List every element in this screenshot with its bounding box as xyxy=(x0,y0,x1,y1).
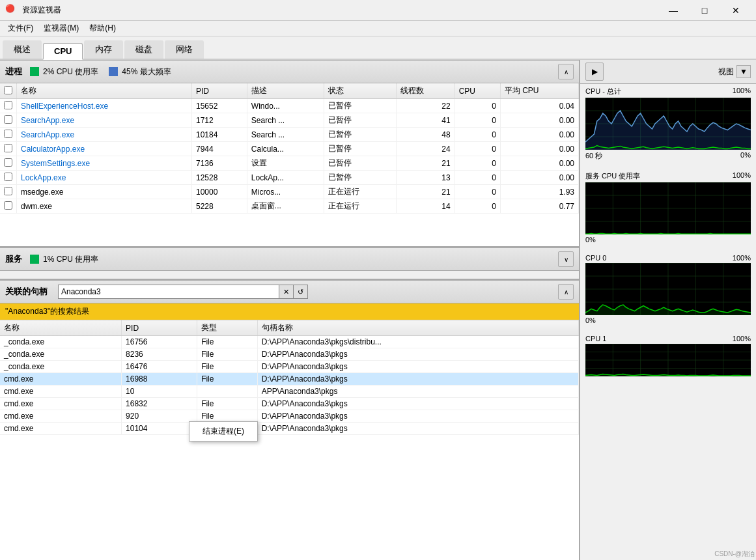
cpu-total-label: CPU - 总计 100% xyxy=(585,87,751,96)
search-wrap: ✕ ↺ xyxy=(58,285,308,299)
handle-pid: 8236 xyxy=(122,348,197,361)
handles-search-input[interactable] xyxy=(58,285,279,299)
cpu1-label: CPU 1 100% xyxy=(585,335,751,343)
process-header: 进程 2% CPU 使用率 45% 最大频率 ∧ xyxy=(0,60,579,83)
col-name[interactable]: 名称 xyxy=(17,83,192,99)
proc-cpu: 0 xyxy=(455,199,500,214)
process-table-row[interactable]: msedge.exe 10000 Micros... 正在运行 21 0 1.9… xyxy=(0,185,579,199)
proc-name[interactable]: msedge.exe xyxy=(17,185,192,199)
service-cpu-pct: 1% CPU 使用率 xyxy=(43,254,98,265)
tab-disk[interactable]: 磁盘 xyxy=(124,40,163,59)
right-nav-btn[interactable]: ▶ xyxy=(585,63,604,81)
handles-table-row[interactable]: _conda.exe 16476 File D:\APP\Anaconda3\p… xyxy=(0,361,579,373)
close-button[interactable]: ✕ xyxy=(721,0,751,21)
handle-name[interactable]: cmd.exe xyxy=(0,398,122,410)
context-menu-end-process[interactable]: 结束进程(E) xyxy=(189,422,257,441)
menu-file[interactable]: 文件(F) xyxy=(3,21,38,35)
handle-name[interactable]: cmd.exe xyxy=(0,410,122,423)
handles-table-row[interactable]: cmd.exe 10104 File D:\APP\Anaconda3\pkgs xyxy=(0,423,579,435)
col-h-handle[interactable]: 句柄名称 xyxy=(257,320,578,336)
proc-cpu: 0 xyxy=(455,156,500,171)
process-table-row[interactable]: ShellExperienceHost.exe 15652 Windo... 已… xyxy=(0,99,579,113)
select-all-checkbox[interactable] xyxy=(4,86,12,94)
handles-table-row[interactable]: _conda.exe 8236 File D:\APP\Anaconda3\pk… xyxy=(0,348,579,361)
col-checkbox xyxy=(0,83,17,99)
proc-cpu: 0 xyxy=(455,99,500,113)
right-view-dropdown[interactable]: ▼ xyxy=(736,65,751,78)
proc-name[interactable]: CalculatorApp.exe xyxy=(17,142,192,156)
minimize-button[interactable]: — xyxy=(658,0,688,21)
handle-type xyxy=(197,385,258,398)
handle-name[interactable]: cmd.exe xyxy=(0,385,122,398)
handles-section: 关联的句柄 ✕ ↺ ∧ "Anaconda3"的搜索结果 名称 PID 类型 xyxy=(0,280,579,560)
proc-name[interactable]: SearchApp.exe xyxy=(17,128,192,142)
cpu0-title: CPU 0 xyxy=(585,254,606,262)
cpu0-label: CPU 0 100% xyxy=(585,254,751,262)
maximize-button[interactable]: □ xyxy=(690,0,720,21)
proc-desc: Micros... xyxy=(247,185,324,199)
tab-overview[interactable]: 概述 xyxy=(3,40,42,59)
proc-avg-cpu: 0.00 xyxy=(500,142,578,156)
process-table-row[interactable]: LockApp.exe 12528 LockAp... 已暂停 13 0 0.0… xyxy=(0,171,579,185)
handle-name[interactable]: cmd.exe xyxy=(0,373,122,385)
handles-collapse-btn[interactable]: ∧ xyxy=(558,284,574,300)
col-status[interactable]: 状态 xyxy=(324,83,397,99)
proc-threads: 21 xyxy=(397,185,455,199)
row-checkbox xyxy=(0,171,17,185)
service-collapse-btn[interactable]: ∨ xyxy=(558,251,574,267)
col-pid[interactable]: PID xyxy=(192,83,247,99)
handles-table-container[interactable]: 名称 PID 类型 句柄名称 _conda.exe 16756 File D:\… xyxy=(0,320,579,560)
handles-refresh-btn[interactable]: ↺ xyxy=(294,285,308,299)
title-bar: 🔴 资源监视器 — □ ✕ xyxy=(0,0,756,21)
process-table-row[interactable]: SearchApp.exe 10184 Search ... 已暂停 48 0 … xyxy=(0,128,579,142)
col-h-name[interactable]: 名称 xyxy=(0,320,122,336)
proc-name[interactable]: SearchApp.exe xyxy=(17,113,192,128)
proc-name[interactable]: dwm.exe xyxy=(17,199,192,214)
proc-desc: Search ... xyxy=(247,128,324,142)
handles-table-row[interactable]: cmd.exe 920 File D:\APP\Anaconda3\pkgs xyxy=(0,410,579,423)
proc-status: 已暂停 xyxy=(324,156,397,171)
service-cpu-title: 服务 CPU 使用率 xyxy=(585,171,640,181)
proc-name[interactable]: LockApp.exe xyxy=(17,171,192,185)
process-table-row[interactable]: SystemSettings.exe 7136 设置 已暂停 21 0 0.00 xyxy=(0,156,579,171)
app-icon: 🔴 xyxy=(5,4,18,17)
proc-avg-cpu: 0.00 xyxy=(500,113,578,128)
handles-table-row[interactable]: _conda.exe 16756 File D:\APP\Anaconda3\p… xyxy=(0,336,579,348)
handles-header: 关联的句柄 ✕ ↺ ∧ xyxy=(0,280,579,303)
proc-status: 已暂停 xyxy=(324,142,397,156)
proc-name[interactable]: ShellExperienceHost.exe xyxy=(17,99,192,113)
process-table-container[interactable]: 名称 PID 描述 状态 线程数 CPU 平均 CPU ShellExperie… xyxy=(0,83,579,246)
col-threads[interactable]: 线程数 xyxy=(397,83,455,99)
handles-table-row[interactable]: cmd.exe 10 APP\Anaconda3\pkgs xyxy=(0,385,579,398)
tab-cpu[interactable]: CPU xyxy=(43,43,83,60)
proc-pid: 7944 xyxy=(192,142,247,156)
process-table-row[interactable]: CalculatorApp.exe 7944 Calcula... 已暂停 24… xyxy=(0,142,579,156)
menu-help[interactable]: 帮助(H) xyxy=(84,21,121,35)
handle-name[interactable]: _conda.exe xyxy=(0,336,122,348)
cpu-total-title: CPU - 总计 xyxy=(585,87,621,96)
cpu0-footer: 0% xyxy=(585,316,751,324)
process-table-row[interactable]: dwm.exe 5228 桌面窗... 正在运行 14 0 0.77 xyxy=(0,199,579,214)
cpu1-chart xyxy=(585,344,751,376)
col-desc[interactable]: 描述 xyxy=(247,83,324,99)
handle-path: APP\Anaconda3\pkgs xyxy=(257,385,578,398)
handle-name[interactable]: _conda.exe xyxy=(0,348,122,361)
col-cpu[interactable]: CPU xyxy=(455,83,500,99)
col-h-type[interactable]: 类型 xyxy=(197,320,258,336)
handle-path: D:\APP\Anaconda3\pkgs xyxy=(257,348,578,361)
handle-name[interactable]: _conda.exe xyxy=(0,361,122,373)
process-collapse-btn[interactable]: ∧ xyxy=(558,64,574,79)
handles-clear-btn[interactable]: ✕ xyxy=(279,285,294,299)
handles-table-row[interactable]: cmd.exe 16832 File D:\APP\Anaconda3\pkgs xyxy=(0,398,579,410)
proc-pid: 10184 xyxy=(192,128,247,142)
col-h-pid[interactable]: PID xyxy=(122,320,197,336)
handle-name[interactable]: cmd.exe xyxy=(0,423,122,435)
proc-name[interactable]: SystemSettings.exe xyxy=(17,156,192,171)
tab-network[interactable]: 网络 xyxy=(165,40,204,59)
menu-monitor[interactable]: 监视器(M) xyxy=(38,21,84,35)
tab-memory[interactable]: 内存 xyxy=(84,40,123,59)
handle-pid: 16988 xyxy=(122,373,197,385)
process-table-row[interactable]: SearchApp.exe 1712 Search ... 已暂停 41 0 0… xyxy=(0,113,579,128)
col-avg-cpu[interactable]: 平均 CPU xyxy=(500,83,578,99)
handles-table-row[interactable]: cmd.exe 16988 File D:\APP\Anaconda3\pkgs xyxy=(0,373,579,385)
